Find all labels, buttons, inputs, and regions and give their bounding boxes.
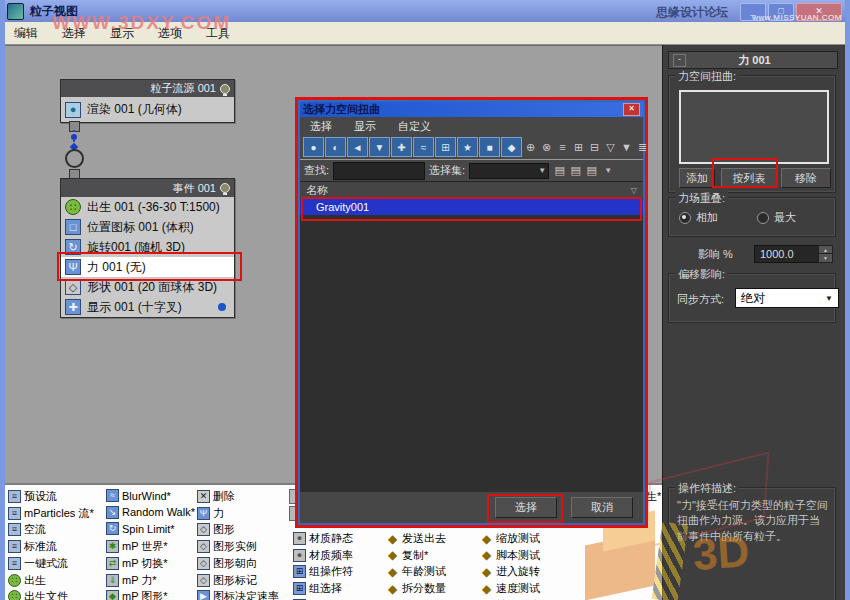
- node-row-1[interactable]: □位置图标 001 (体积): [61, 217, 234, 237]
- depot-item[interactable]: ⊞组选择: [293, 581, 342, 596]
- enable-bulb-icon[interactable]: [220, 84, 230, 94]
- name-column-header[interactable]: 名称: [306, 183, 328, 198]
- display-lights-icon[interactable]: ◄: [347, 137, 368, 157]
- depot-item[interactable]: ◆发送出去: [386, 531, 446, 546]
- display-frozen-icon[interactable]: ◆: [501, 137, 522, 157]
- column-chooser-icon[interactable]: ⊞: [571, 138, 586, 156]
- depot-item[interactable]: ≡标准流: [8, 539, 57, 554]
- wire-circle-connector[interactable]: [65, 149, 84, 168]
- depot-item[interactable]: ↘Random Walk*: [106, 506, 195, 519]
- collapse-icon[interactable]: -: [673, 54, 686, 67]
- rollout-force-001[interactable]: - 力 001: [668, 51, 838, 69]
- depot-item[interactable]: ◆缩放测试: [480, 531, 540, 546]
- depot-item[interactable]: ≡空流: [8, 522, 46, 537]
- menu-item-3[interactable]: 选项: [148, 23, 192, 44]
- display-shapes-icon[interactable]: ◐: [325, 137, 346, 157]
- cancel-button[interactable]: 取消: [571, 497, 633, 518]
- dialog-menu-item-2[interactable]: 自定义: [388, 119, 441, 134]
- add-button[interactable]: 添加: [679, 168, 715, 188]
- depot-item[interactable]: ≡预设流: [8, 489, 57, 504]
- output-dot-icon[interactable]: [218, 303, 226, 311]
- remove-button[interactable]: 移除: [781, 168, 831, 188]
- filter-icon[interactable]: ▽: [603, 138, 618, 156]
- node-particle-source[interactable]: 粒子流源 001 ●渲染 001 (几何体): [60, 79, 235, 123]
- spinner-down-icon[interactable]: ▼: [818, 253, 833, 263]
- depot-item[interactable]: ✱mP 世界*: [106, 539, 168, 554]
- radio-add-option[interactable]: 相加: [679, 210, 718, 225]
- list-view-icon[interactable]: ≡: [555, 138, 570, 156]
- depot-item[interactable]: ◆进入旋转: [480, 564, 540, 579]
- display-spacewarps-icon[interactable]: ≈: [413, 137, 434, 157]
- display-geometry-icon[interactable]: ●: [303, 137, 324, 157]
- filter-clear-icon[interactable]: ▼: [619, 138, 634, 156]
- node-row-0[interactable]: ∷出生 001 (-36-30 T:1500): [61, 197, 234, 217]
- node-row-render[interactable]: ●渲染 001 (几何体): [61, 97, 234, 122]
- menu-item-2[interactable]: 显示: [100, 23, 144, 44]
- depot-item[interactable]: ◇图形标记: [197, 573, 257, 588]
- depot-item[interactable]: ↻Spin Limit*: [106, 522, 175, 535]
- depot-item[interactable]: ⊞组操作符: [293, 564, 353, 579]
- node-row-3[interactable]: Ψ力 001 (无): [61, 257, 234, 277]
- display-containers-icon[interactable]: ■: [479, 137, 500, 157]
- display-children-icon[interactable]: ⊕: [523, 138, 538, 156]
- expand-all-icon[interactable]: ⊟: [587, 138, 602, 156]
- depot-item[interactable]: ✕删除: [197, 489, 235, 504]
- node-event-001[interactable]: 事件 001 ∷出生 001 (-36-30 T:1500)□位置图标 001 …: [60, 178, 235, 318]
- display-influences-icon[interactable]: ⊗: [539, 138, 554, 156]
- lock-selection-icon[interactable]: ▤: [553, 162, 566, 180]
- dialog-close-button[interactable]: ✕: [623, 103, 640, 116]
- menu-item-0[interactable]: 编辑: [4, 23, 48, 44]
- sync-dropdown[interactable]: 绝对▼: [735, 288, 839, 308]
- find-input[interactable]: [333, 162, 425, 180]
- depot-item[interactable]: ◆速度测试: [480, 581, 540, 596]
- by-list-button[interactable]: 按列表: [721, 168, 777, 188]
- depot-item[interactable]: ◆年龄测试: [386, 564, 446, 579]
- chevron-down-icon[interactable]: ▼: [602, 166, 614, 175]
- depot-item[interactable]: ◇图形: [197, 522, 235, 537]
- depot-item-partial[interactable]: 生*: [646, 489, 661, 504]
- display-bones-icon[interactable]: ★: [457, 137, 478, 157]
- depot-item[interactable]: ●材质静态: [293, 531, 353, 546]
- sort-icon[interactable]: ▽: [631, 186, 637, 195]
- toolbar-options-icon[interactable]: ≣: [635, 138, 650, 156]
- radio-selected-icon[interactable]: [679, 212, 691, 224]
- subtract-selection-icon[interactable]: ▤: [585, 162, 598, 180]
- depot-item[interactable]: ≡一键式流: [8, 556, 68, 571]
- depot-item[interactable]: ▶图标决定速率: [197, 589, 279, 600]
- depot-item[interactable]: ⇓mP 力*: [106, 573, 157, 588]
- display-helpers-icon[interactable]: ✚: [391, 137, 412, 157]
- display-cameras-icon[interactable]: ▼: [369, 137, 390, 157]
- depot-item[interactable]: ≡mParticles 流*: [8, 506, 94, 521]
- depot-item[interactable]: ●材质频率: [293, 548, 353, 563]
- dialog-title-bar[interactable]: 选择力空间扭曲 ✕: [300, 102, 643, 117]
- influence-value-field[interactable]: 1000.0: [754, 245, 819, 263]
- depot-item[interactable]: ∷出生文件: [8, 589, 68, 600]
- menu-item-4[interactable]: 工具: [196, 23, 240, 44]
- enable-bulb-icon[interactable]: [220, 183, 230, 193]
- radio-icon[interactable]: [757, 212, 769, 224]
- radio-max-option[interactable]: 最大: [757, 210, 796, 225]
- force-spacewarps-listbox[interactable]: [679, 90, 829, 164]
- depot-item[interactable]: ◆复制*: [386, 548, 428, 563]
- scene-object-list[interactable]: Gravity001: [300, 199, 643, 492]
- node-row-5[interactable]: ✚显示 001 (十字叉): [61, 297, 234, 317]
- display-groups-icon[interactable]: ⊞: [435, 137, 456, 157]
- node-row-2[interactable]: ↻旋转001 (随机 3D): [61, 237, 234, 257]
- depot-item[interactable]: Ψ力: [197, 506, 224, 521]
- dialog-menu-item-1[interactable]: 显示: [344, 119, 386, 134]
- node-row-4[interactable]: ◇形状 001 (20 面球体 3D): [61, 277, 234, 297]
- node-header-source[interactable]: 粒子流源 001: [61, 80, 234, 97]
- add-selection-icon[interactable]: ▤: [569, 162, 582, 180]
- selection-set-dropdown[interactable]: ▼: [469, 163, 549, 179]
- dialog-menu-item-0[interactable]: 选择: [300, 119, 342, 134]
- depot-item[interactable]: ◇图形朝向: [197, 556, 257, 571]
- node-header-event[interactable]: 事件 001: [61, 179, 234, 197]
- depot-item[interactable]: ◆脚本测试: [480, 548, 540, 563]
- depot-item[interactable]: ◇图形实例: [197, 539, 257, 554]
- depot-item[interactable]: ◆mP 图形*: [106, 589, 168, 600]
- depot-item[interactable]: ≈BlurWind*: [106, 489, 171, 502]
- depot-item[interactable]: ∷出生: [8, 573, 46, 588]
- depot-item[interactable]: ⇄mP 切换*: [106, 556, 168, 571]
- menu-item-1[interactable]: 选择: [52, 23, 96, 44]
- depot-item[interactable]: ◆拆分数量: [386, 581, 446, 596]
